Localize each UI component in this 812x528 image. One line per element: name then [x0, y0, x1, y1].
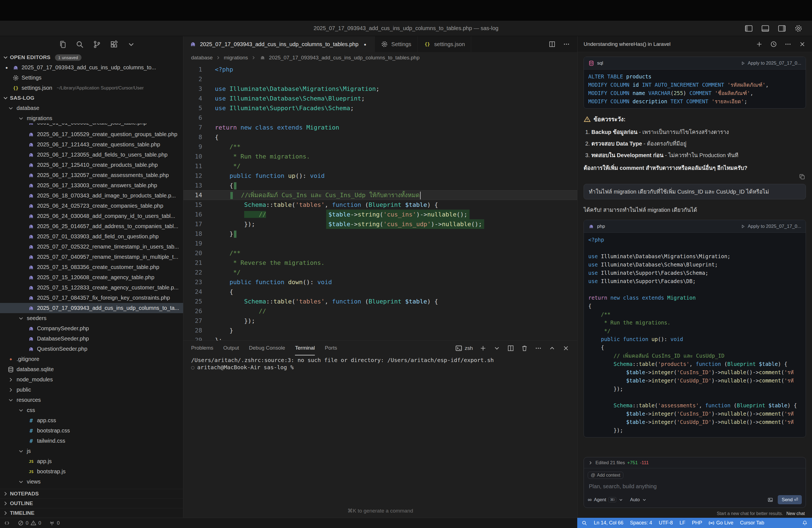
- breadcrumb-file[interactable]: 2025_07_17_093943_add_cus_ins_udp_column…: [269, 55, 420, 61]
- tree-file[interactable]: 2025_07_15_122833_create_agency_customer…: [0, 282, 183, 293]
- tree-file[interactable]: 2025_07_15_083356_create_customer_table.…: [0, 262, 183, 272]
- breadcrumb-item[interactable]: database: [191, 55, 213, 61]
- open-editors-header[interactable]: OPEN EDITORS 1 unsaved: [0, 53, 183, 62]
- tree-file[interactable]: 2025_06_17_125410_create_products_table.…: [0, 160, 183, 170]
- tree-file[interactable]: 2025_07_07_025322_rename_timestamp_in_us…: [0, 241, 183, 252]
- tree-folder[interactable]: css: [0, 405, 183, 415]
- tree-file[interactable]: 2025_07_01_033903_add_field_on_question.…: [0, 231, 183, 241]
- tree-file[interactable]: 2025_06_24_030048_add_company_id_to_user…: [0, 211, 183, 221]
- close-chat-icon[interactable]: [799, 41, 806, 48]
- tree-folder[interactable]: resources: [0, 395, 183, 405]
- maximize-panel-icon[interactable]: [549, 344, 556, 352]
- code-line[interactable]: 15 Schema::table('tables', function (Blu…: [184, 200, 577, 210]
- tree-file[interactable]: #app.css: [0, 415, 183, 426]
- remote-indicator-icon[interactable]: [4, 520, 10, 526]
- search-icon[interactable]: [76, 40, 84, 48]
- panel-more-icon[interactable]: [535, 344, 542, 352]
- tree-file[interactable]: 2025_06_18_070343_add_image_to_products_…: [0, 191, 183, 201]
- code-line[interactable]: 29};: [184, 335, 577, 340]
- code-line[interactable]: 13 {: [184, 180, 577, 190]
- code-line[interactable]: 4use Illuminate\Database\Schema\Blueprin…: [184, 93, 577, 103]
- project-root-header[interactable]: SAS-LOG: [0, 93, 183, 103]
- tree-file[interactable]: DatabaseSeeder.php: [0, 334, 183, 344]
- tree-file[interactable]: 2025_07_17_093943_add_cus_ins_udp_column…: [0, 303, 183, 313]
- tree-file[interactable]: 2025_06_17_133003_create_answers_table.p…: [0, 180, 183, 191]
- code-line[interactable]: 17 });$table->string('cus_ins_udp')->nul…: [184, 219, 577, 229]
- cursor-position[interactable]: Ln 14, Col 66: [594, 520, 623, 526]
- tree-file[interactable]: 2025_07_17_084357_fix_foreign_key_constr…: [0, 293, 183, 303]
- code-line[interactable]: 21 * Reverse the migrations.: [184, 258, 577, 268]
- apply-button[interactable]: Apply to 2025_07_17_0...: [740, 60, 801, 66]
- code-editor[interactable]: 1<?php23use Illuminate\Database\Migratio…: [184, 63, 577, 340]
- terminal-profile-chevron-icon[interactable]: [493, 344, 501, 352]
- code-line[interactable]: 8{: [184, 132, 577, 142]
- code-line[interactable]: 10 * Run the migrations.: [184, 151, 577, 161]
- chat-more-icon[interactable]: [784, 41, 792, 48]
- editor-tab[interactable]: Settings: [375, 36, 418, 52]
- tree-folder[interactable]: views: [0, 476, 183, 487]
- indentation[interactable]: Spaces: 4: [630, 520, 652, 526]
- go-live[interactable]: Go Live: [709, 520, 733, 526]
- split-editor-icon[interactable]: [549, 41, 556, 48]
- tree-file[interactable]: QuestionSeeder.php: [0, 344, 183, 354]
- tree-file[interactable]: JSapp.js: [0, 456, 183, 466]
- code-line[interactable]: 20 /**: [184, 248, 577, 258]
- add-context-chip[interactable]: @ Add context: [588, 472, 623, 479]
- tree-file[interactable]: 2025_06_17_123055_add_fields_to_users_ta…: [0, 150, 183, 160]
- agent-mode-selector[interactable]: ∞ Agent ⌘I: [588, 497, 623, 503]
- close-panel-icon[interactable]: [562, 344, 569, 352]
- toggle-secondary-sidebar-icon[interactable]: [778, 24, 786, 33]
- tree-file[interactable]: 2025_07_15_120608_create_agency_table.ph…: [0, 272, 183, 282]
- terminal-instance[interactable]: zsh: [455, 344, 473, 352]
- tree-folder[interactable]: database: [0, 103, 183, 113]
- tree-file[interactable]: 0001_01_01_000002_create_jobs_table.php: [0, 123, 183, 129]
- code-line[interactable]: 23 public function down(): void: [184, 277, 577, 287]
- open-editor-item[interactable]: ●2025_07_17_093943_add_cus_ins_udp_colum…: [0, 62, 183, 73]
- tree-file[interactable]: 2025_06_17_105529_create_question_groups…: [0, 129, 183, 140]
- editor-tab[interactable]: {}settings.json: [418, 36, 471, 52]
- terminal-output[interactable]: /Users/aritach/.zshrc:source:3: no such …: [184, 355, 577, 371]
- cursor-tab[interactable]: Cursor Tab: [740, 520, 764, 526]
- sidebar-section-outline[interactable]: OUTLINE: [0, 498, 183, 508]
- code-line[interactable]: 19: [184, 239, 577, 248]
- split-terminal-icon[interactable]: [507, 344, 514, 352]
- tree-file[interactable]: 2025_06_17_121443_create_questions_table…: [0, 140, 183, 150]
- code-line[interactable]: 22 */: [184, 268, 577, 277]
- tree-folder[interactable]: admin: [0, 487, 183, 489]
- extensions-icon[interactable]: [110, 40, 118, 48]
- tree-file[interactable]: #tailwind.css: [0, 436, 183, 446]
- code-line[interactable]: 5use Illuminate\Support\Facades\Schema;: [184, 103, 577, 113]
- tree-folder[interactable]: public: [0, 385, 183, 395]
- toggle-primary-sidebar-icon[interactable]: [744, 24, 753, 33]
- code-line[interactable]: 11 */: [184, 161, 577, 171]
- code-line[interactable]: 27 });: [184, 316, 577, 326]
- code-line[interactable]: 6: [184, 113, 577, 122]
- code-line[interactable]: 26 //: [184, 306, 577, 316]
- more-actions-icon[interactable]: [563, 41, 570, 48]
- panel-tab-ports[interactable]: Ports: [325, 341, 337, 355]
- panel-tab-problems[interactable]: Problems: [191, 341, 213, 355]
- tree-file[interactable]: 2025_06_24_025723_create_companies_table…: [0, 201, 183, 211]
- panel-tab-debug-console[interactable]: Debug Console: [249, 341, 285, 355]
- tree-file[interactable]: database.sqlite: [0, 364, 183, 375]
- code-line[interactable]: 7return new class extends Migration: [184, 122, 577, 132]
- open-editor-item[interactable]: {}settings.json~/Library/Application Sup…: [0, 83, 183, 93]
- code-line[interactable]: 3use Illuminate\Database\Migrations\Migr…: [184, 84, 577, 93]
- panel-tab-terminal[interactable]: Terminal: [295, 341, 315, 355]
- code-line[interactable]: 18 }: [184, 229, 577, 239]
- sidebar-section-timeline[interactable]: TIMELINE: [0, 508, 183, 518]
- tree-file[interactable]: 2025_06_17_132057_create_assessments_tab…: [0, 170, 183, 180]
- panel-tab-output[interactable]: Output: [223, 341, 239, 355]
- tree-folder[interactable]: node_modules: [0, 375, 183, 385]
- tree-folder[interactable]: js: [0, 446, 183, 456]
- tree-file[interactable]: CompanySeeder.php: [0, 323, 183, 334]
- tree-file[interactable]: 2025_06_25_014657_add_address_to_compani…: [0, 221, 183, 231]
- apply-button[interactable]: Apply to 2025_07_17_0...: [740, 224, 801, 229]
- tree-file[interactable]: JSbootstrap.js: [0, 466, 183, 476]
- code-line[interactable]: 28 }: [184, 326, 577, 335]
- notifications-bell-icon[interactable]: [802, 520, 808, 526]
- explorer-icon[interactable]: [59, 40, 67, 48]
- tree-file[interactable]: ◆.gitignore: [0, 354, 183, 364]
- tree-folder[interactable]: migrations: [0, 113, 183, 123]
- open-editor-item[interactable]: Settings: [0, 73, 183, 83]
